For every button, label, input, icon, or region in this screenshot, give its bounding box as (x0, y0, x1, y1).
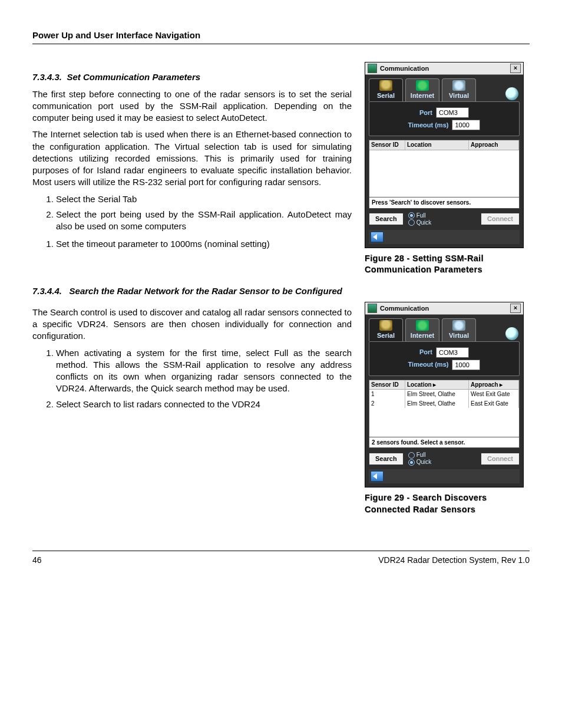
page-header: Power Up and User Interface Navigation (32, 29, 530, 44)
list-item: When activating a system for the first t… (56, 347, 352, 395)
tab-internet[interactable]: Internet (405, 78, 439, 101)
col-location[interactable]: Location (405, 140, 469, 150)
status-text: 2 sensors found. Select a sensor. (369, 437, 520, 449)
tab-serial[interactable]: Serial (369, 318, 403, 341)
tab-label: Serial (377, 332, 395, 339)
window-title: Communication (380, 64, 429, 73)
table-row[interactable]: 1 Elm Street, Olathe West Exit Gate (369, 390, 519, 399)
radio-full[interactable] (408, 452, 415, 459)
col-approach[interactable]: Approach ▸ (469, 380, 519, 390)
table-row[interactable]: 2 Elm Street, Olathe East Exit Gate (369, 399, 519, 409)
cell-approach: West Exit Gate (469, 390, 519, 399)
virtual-icon (452, 80, 465, 91)
port-label: Port (419, 108, 432, 117)
para: The first step before connecting to one … (32, 88, 352, 124)
app-icon (368, 304, 377, 313)
tab-label: Virtual (449, 332, 469, 339)
list-item: Select the port being used by the SSM-Ra… (56, 209, 352, 233)
cell-location: Elm Street, Olathe (405, 399, 469, 409)
port-label: Port (419, 348, 432, 357)
figure-caption-29: Figure 29 - Search Discovers Connected R… (365, 492, 530, 515)
radio-full-label: Full (416, 452, 426, 459)
cell-location: Elm Street, Olathe (405, 390, 469, 399)
para: The Search control is used to discover a… (32, 307, 352, 342)
window-title: Communication (380, 304, 429, 313)
magnifier-icon[interactable] (505, 327, 518, 340)
radio-quick-label: Quick (416, 459, 432, 466)
radio-full-label: Full (416, 212, 426, 219)
radio-quick[interactable] (408, 219, 415, 226)
close-icon[interactable]: × (510, 64, 521, 73)
internet-icon (416, 80, 429, 91)
serial-icon (379, 320, 392, 331)
col-sensor-id[interactable]: Sensor ID (369, 140, 405, 150)
sensor-table[interactable]: Sensor ID Location ▸ Approach ▸ 1 Elm St… (369, 380, 520, 437)
radio-full[interactable] (408, 212, 415, 219)
section-num: 7.3.4.3. (32, 72, 62, 82)
magnifier-icon[interactable] (505, 87, 518, 100)
search-button[interactable]: Search (369, 453, 404, 465)
tab-internet[interactable]: Internet (405, 318, 439, 341)
close-icon[interactable]: × (510, 304, 521, 313)
cell-sensor-id: 2 (369, 399, 405, 409)
doc-title: VDR24 Radar Detection System, Rev 1.0 (378, 555, 530, 566)
list-item: Select the Serial Tab (56, 193, 352, 205)
figure-caption-28: Figure 28 - Setting SSM-Rail Communicati… (365, 253, 530, 276)
tab-serial[interactable]: Serial (369, 78, 403, 101)
radio-quick-label: Quick (416, 219, 432, 226)
internet-icon (416, 320, 429, 331)
col-approach[interactable]: Approach (469, 140, 519, 150)
sensor-table[interactable]: Sensor ID Location Approach (369, 140, 520, 197)
list-item: Set the timeout parameter to 1000ms (nom… (56, 238, 352, 250)
search-button[interactable]: Search (369, 213, 404, 225)
connect-button[interactable]: Connect (481, 213, 520, 225)
communication-window-fig29: Communication × Serial Internet Virtual (365, 302, 524, 487)
section-title-7343: 7.3.4.3. Set Communication Parameters (32, 71, 352, 83)
page-footer: 46 VDR24 Radar Detection System, Rev 1.0 (32, 551, 530, 566)
list-item: Select Search to list radars connected t… (56, 398, 352, 410)
timeout-input[interactable]: 1000 (452, 360, 480, 370)
section-name: Set Communication Parameters (67, 72, 200, 82)
status-text: Press 'Search' to discover sensors. (369, 197, 520, 209)
app-icon (368, 64, 377, 73)
tab-label: Internet (411, 92, 434, 99)
tab-virtual[interactable]: Virtual (442, 78, 476, 101)
titlebar[interactable]: Communication × (365, 302, 523, 315)
tab-label: Internet (411, 332, 434, 339)
section-num: 7.3.4.4. (32, 286, 62, 296)
communication-window-fig28: Communication × Serial Internet Virtual (365, 62, 524, 248)
page-number: 46 (32, 555, 42, 566)
connect-button[interactable]: Connect (481, 453, 520, 465)
serial-icon (379, 80, 392, 91)
tab-label: Virtual (449, 92, 469, 99)
port-select[interactable]: COM3 (436, 347, 469, 358)
timeout-label: Timeout (ms) (408, 121, 449, 130)
cell-sensor-id: 1 (369, 390, 405, 399)
section-name: Search the Radar Network for the Radar S… (70, 286, 342, 296)
col-sensor-id[interactable]: Sensor ID (369, 380, 405, 390)
tab-label: Serial (377, 92, 395, 99)
timeout-input[interactable]: 1000 (452, 120, 480, 130)
titlebar[interactable]: Communication × (365, 62, 523, 75)
cell-approach: East Exit Gate (469, 399, 519, 409)
timeout-label: Timeout (ms) (408, 360, 449, 369)
col-location[interactable]: Location ▸ (405, 380, 469, 390)
port-select[interactable]: COM3 (436, 107, 469, 118)
virtual-icon (452, 320, 465, 331)
tab-virtual[interactable]: Virtual (442, 318, 476, 341)
para: The Internet selection tab is used when … (32, 129, 352, 188)
back-button[interactable] (371, 232, 384, 242)
radio-quick[interactable] (408, 459, 415, 466)
back-button[interactable] (371, 471, 384, 482)
section-title-7344: 7.3.4.4. Search the Radar Network for th… (32, 285, 530, 297)
